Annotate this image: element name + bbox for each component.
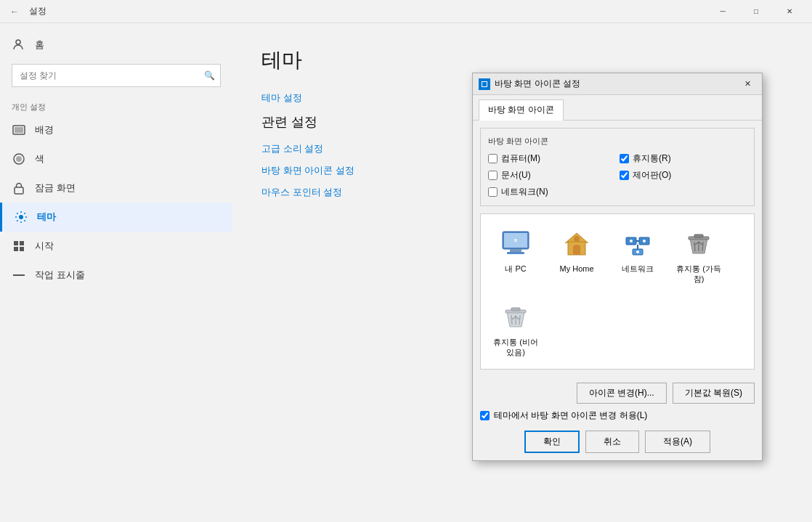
recycle-empty-icon — [498, 299, 533, 334]
network-icon — [620, 226, 655, 261]
sidebar-item-background[interactable]: 배경 — [0, 115, 232, 144]
sidebar-item-lock-label: 잠금 화면 — [35, 182, 76, 195]
svg-line-40 — [519, 315, 520, 325]
main-layout: 홈 🔍 개인 설정 배경 색 — [0, 23, 812, 522]
taskbar-icon — [12, 268, 26, 282]
checkbox-control-panel[interactable]: 제어판(O) — [620, 169, 747, 182]
svg-rect-21 — [573, 246, 580, 255]
start-icon — [12, 239, 26, 253]
sidebar-item-taskbar[interactable]: 작업 표시줄 — [0, 261, 232, 290]
recycle-empty-icon-label: 휴지통 (비어 있음) — [491, 337, 540, 358]
confirm-button[interactable]: 확인 — [524, 431, 580, 453]
dialog-close-button[interactable]: ✕ — [739, 76, 756, 92]
search-input[interactable] — [12, 64, 221, 87]
svg-point-30 — [636, 250, 639, 253]
minimize-button[interactable]: ─ — [706, 0, 739, 23]
sidebar-item-start-label: 시작 — [35, 240, 54, 253]
theme-icon — [14, 210, 28, 224]
svg-rect-2 — [15, 127, 23, 133]
sidebar-home[interactable]: 홈 — [0, 32, 232, 58]
sidebar-item-start[interactable]: 시작 — [0, 232, 232, 261]
icon-item-network[interactable]: 네트워크 — [609, 220, 667, 290]
svg-rect-8 — [20, 241, 24, 245]
svg-rect-9 — [14, 247, 18, 251]
sidebar-item-color[interactable]: 색 — [0, 144, 232, 174]
network-icon-label: 네트워크 — [622, 264, 654, 274]
back-button[interactable]: ← — [6, 3, 23, 20]
pc-icon-label: 내 PC — [505, 264, 526, 274]
dialog-tab-desktop-icons[interactable]: 바탕 화면 아이콘 — [479, 99, 564, 121]
checkbox-network[interactable]: 네트워크(N) — [488, 186, 615, 198]
cancel-button[interactable]: 취소 — [585, 431, 639, 453]
svg-line-33 — [694, 242, 695, 251]
dialog-titlebar: 바탕 화면 아이콘 설정 ✕ — [473, 73, 762, 95]
icon-actions-row: 아이콘 변경(H)... 기본값 복원(S) — [480, 377, 755, 409]
desktop-icons-section-title: 바탕 화면 아이콘 — [488, 136, 747, 147]
sidebar-home-label: 홈 — [35, 38, 44, 52]
svg-rect-10 — [20, 247, 24, 251]
sidebar-search: 🔍 — [12, 64, 221, 87]
dialog-action-row: 확인 취소 적용(A) — [480, 431, 755, 453]
sidebar-item-background-label: 배경 — [35, 123, 54, 136]
sidebar-item-theme[interactable]: 테마 — [0, 203, 232, 232]
recycle-full-icon-label: 휴지통 (가득 참) — [674, 264, 723, 285]
change-icon-button[interactable]: 아이콘 변경(H)... — [577, 383, 667, 404]
sidebar-item-color-label: 색 — [35, 152, 44, 166]
svg-rect-37 — [511, 308, 520, 311]
dialog-tabs: 바탕 화면 아이콘 — [473, 95, 762, 121]
color-icon — [12, 152, 26, 166]
svg-rect-32 — [694, 235, 703, 237]
app-title: 설정 — [29, 5, 46, 17]
svg-rect-17 — [510, 249, 521, 252]
checkbox-document[interactable]: 문서(U) — [488, 169, 615, 182]
svg-rect-19 — [514, 239, 517, 242]
svg-point-0 — [16, 40, 20, 44]
titlebar: ← 설정 ─ □ ✕ — [0, 0, 812, 23]
sidebar-section-label: 개인 설정 — [0, 93, 232, 115]
apply-button[interactable]: 적용(A) — [645, 431, 710, 453]
icon-grid: 내 PC My — [487, 220, 748, 363]
restore-default-button[interactable]: 기본값 복원(S) — [673, 383, 755, 404]
svg-rect-7 — [14, 241, 18, 245]
checkbox-computer[interactable]: 컴퓨터(M) — [488, 152, 615, 165]
checkbox-grid: 컴퓨터(M) 휴지통(R) 문서(U) 제어판(O) — [488, 152, 747, 198]
svg-rect-18 — [507, 252, 524, 254]
icon-item-recycle-full[interactable]: 휴지통 (가득 참) — [670, 220, 728, 290]
dialog-icon — [479, 78, 490, 90]
svg-point-29 — [643, 240, 646, 242]
svg-point-4 — [16, 156, 22, 162]
svg-line-35 — [702, 242, 703, 251]
home-folder-icon — [559, 226, 594, 261]
icon-item-pc[interactable]: 내 PC — [487, 220, 545, 290]
svg-rect-11 — [13, 274, 25, 276]
sidebar-item-taskbar-label: 작업 표시줄 — [35, 269, 85, 282]
svg-point-22 — [574, 236, 580, 242]
dialog: 바탕 화면 아이콘 설정 ✕ 바탕 화면 아이콘 바탕 화면 아이콘 컴퓨터(M… — [472, 73, 763, 461]
allow-theme-change-checkbox[interactable]: 테마에서 바탕 화면 아이콘 변경 허용(L) — [480, 409, 755, 422]
sidebar-item-lock[interactable]: 잠금 화면 — [0, 174, 232, 203]
icon-item-home[interactable]: My Home — [548, 220, 606, 290]
svg-point-28 — [630, 240, 633, 242]
background-icon — [12, 123, 26, 137]
svg-rect-5 — [15, 187, 23, 194]
pc-icon — [498, 226, 533, 261]
svg-rect-14 — [482, 82, 487, 86]
lock-icon — [12, 181, 26, 195]
checkbox-recycle[interactable]: 휴지통(R) — [620, 152, 747, 165]
dialog-title: 바탕 화면 아이콘 설정 — [495, 78, 739, 90]
icon-item-recycle-empty[interactable]: 휴지통 (비어 있음) — [487, 293, 545, 364]
sidebar-item-theme-label: 테마 — [37, 211, 56, 224]
svg-line-38 — [511, 315, 512, 325]
sidebar: 홈 🔍 개인 설정 배경 색 — [0, 23, 232, 522]
svg-point-6 — [19, 215, 23, 219]
page-title: 테마 — [261, 46, 783, 74]
close-button[interactable]: ✕ — [773, 0, 806, 23]
home-icon — [12, 38, 26, 52]
recycle-full-icon — [681, 226, 716, 261]
window-controls: ─ □ ✕ — [706, 0, 806, 23]
desktop-icons-section: 바탕 화면 아이콘 컴퓨터(M) 휴지통(R) 문서(U) — [480, 128, 755, 206]
home-icon-label: My Home — [559, 264, 593, 274]
search-icon: 🔍 — [204, 70, 215, 81]
maximize-button[interactable]: □ — [739, 0, 773, 23]
icon-grid-container: 내 PC My — [480, 213, 755, 370]
